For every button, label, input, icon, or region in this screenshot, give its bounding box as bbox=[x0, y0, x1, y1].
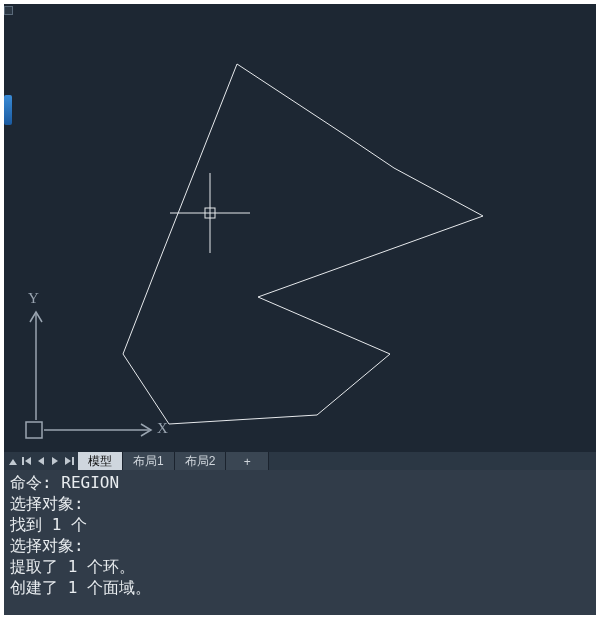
tab-next-icon[interactable] bbox=[48, 453, 62, 469]
svg-rect-0 bbox=[26, 422, 42, 438]
command-line: 提取了 1 个环。 bbox=[10, 556, 590, 577]
ucs-x-label: X bbox=[157, 420, 168, 437]
command-window[interactable]: 命令: REGION选择对象:找到 1 个选择对象:提取了 1 个环。创建了 1… bbox=[4, 470, 596, 615]
tab-first-icon[interactable] bbox=[20, 453, 34, 469]
svg-marker-10 bbox=[52, 457, 58, 465]
add-layout-tab[interactable]: + bbox=[226, 452, 269, 470]
command-line: 找到 1 个 bbox=[10, 514, 590, 535]
svg-marker-11 bbox=[65, 457, 71, 465]
tab-prev-icon[interactable] bbox=[34, 453, 48, 469]
command-line: 选择对象: bbox=[10, 493, 590, 514]
svg-marker-8 bbox=[25, 457, 31, 465]
command-line: 选择对象: bbox=[10, 535, 590, 556]
layout-tab-strip: 模型布局1布局2+ bbox=[4, 452, 596, 470]
tab-menu-icon[interactable] bbox=[6, 453, 20, 469]
tab-nav-controls bbox=[4, 452, 78, 470]
ucs-y-label: Y bbox=[28, 290, 39, 307]
layout-tab-2[interactable]: 布局2 bbox=[175, 452, 227, 470]
svg-marker-6 bbox=[9, 459, 17, 465]
svg-rect-7 bbox=[22, 457, 24, 465]
svg-marker-9 bbox=[38, 457, 44, 465]
layout-tab-0[interactable]: 模型 bbox=[78, 452, 123, 470]
drawing-canvas[interactable]: X Y bbox=[4, 4, 596, 452]
drawing-svg bbox=[4, 4, 596, 452]
command-line: 创建了 1 个面域。 bbox=[10, 577, 590, 598]
svg-rect-12 bbox=[72, 457, 74, 465]
layout-tab-1[interactable]: 布局1 bbox=[123, 452, 175, 470]
tab-last-icon[interactable] bbox=[62, 453, 76, 469]
command-line: 命令: REGION bbox=[10, 472, 590, 493]
